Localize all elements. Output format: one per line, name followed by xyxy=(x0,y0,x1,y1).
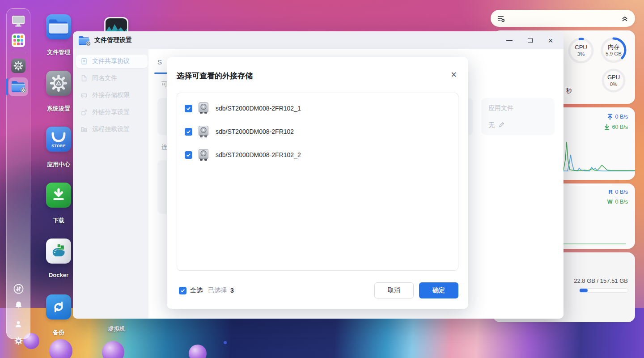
close-button[interactable]: × xyxy=(540,31,561,49)
desktop-icon-system-settings[interactable]: 系统设置 xyxy=(46,71,72,113)
docker-whale-icon xyxy=(46,239,71,264)
gear-icon xyxy=(14,337,23,347)
dock-item-settings[interactable] xyxy=(7,337,30,347)
storage-item-label: sdb/ST2000DM008-2FR102_2 xyxy=(216,151,301,158)
desktop-icon-label: Docker xyxy=(49,272,68,278)
dock-item-app-launcher[interactable] xyxy=(7,34,30,47)
refresh-interval-text: 秒 xyxy=(566,87,572,95)
sidebar-item-label: 远程挂载设置 xyxy=(92,125,130,133)
app-file-card-value: 无 xyxy=(488,121,495,129)
edit-pencil-icon[interactable] xyxy=(498,121,505,128)
modal-select-external-storage: 选择可查看的外接存储 × sdb/ST2000DM008-2FR102_1 xyxy=(167,57,468,309)
dock-divider xyxy=(11,53,25,53)
gpu-label: GPU xyxy=(607,74,620,81)
hard-disk-icon xyxy=(197,149,210,161)
sidebar-item-label: 同名文件 xyxy=(92,74,117,82)
tab-smb[interactable]: S xyxy=(157,58,162,66)
cpu-label: CPU xyxy=(575,44,587,51)
storage-progress-fill xyxy=(580,289,588,292)
storage-list: sdb/ST2000DM008-2FR102_1 sdb/ST2000DM008… xyxy=(177,93,458,271)
window-file-manager-settings: 文件管理设置 × 文件共享协议 同名文件 xyxy=(73,31,564,319)
checkbox-checked[interactable] xyxy=(185,151,192,159)
wallpaper-dot xyxy=(224,341,227,344)
checkbox-checked[interactable] xyxy=(185,128,192,136)
storage-item-label: sdb/ST2000DM008-2FR102_1 xyxy=(216,105,301,112)
sidebar-item-same-name-file[interactable]: 同名文件 xyxy=(76,72,148,85)
desktop-icon-label: 备份 xyxy=(53,328,64,337)
memory-label: 内存 xyxy=(606,43,622,51)
settings-gear-icon xyxy=(11,59,25,73)
sync-icon xyxy=(46,294,71,320)
gpu-gauge: GPU 0% xyxy=(601,68,626,93)
desktop-icon-label: 文件管理 xyxy=(47,48,70,56)
desktop-icon-label-vm[interactable]: 虚拟机 xyxy=(108,325,125,333)
storage-usage-text: 22.8 GB / 157.51 GB xyxy=(574,277,628,284)
folder-icon xyxy=(46,14,71,39)
hard-disk-icon xyxy=(197,125,210,138)
desktop-icon-label: 应用中心 xyxy=(47,161,70,169)
selected-label: 已选择 xyxy=(208,286,227,294)
transfer-icon xyxy=(13,284,24,296)
widget-toolbar xyxy=(491,10,635,27)
download-icon xyxy=(46,183,71,208)
select-all-label: 全选 xyxy=(190,286,203,294)
collapse-chevron-icon[interactable] xyxy=(621,14,629,22)
select-all-checkbox[interactable] xyxy=(179,287,186,294)
minimize-button[interactable] xyxy=(499,31,520,49)
memory-value: 5.9 GB xyxy=(606,51,622,57)
modal-close-icon[interactable]: × xyxy=(451,70,457,80)
store-badge: STORE xyxy=(46,144,71,148)
dock-item-notifications[interactable] xyxy=(7,300,30,311)
cancel-button[interactable]: 取消 xyxy=(374,282,414,298)
desktop-icon-label: 下载 xyxy=(53,217,64,225)
folder-cloud-icon xyxy=(80,126,88,133)
cpu-value: 3% xyxy=(575,51,587,57)
dock-item-transfer[interactable] xyxy=(7,284,30,296)
desktop-icon-file-manager[interactable]: 文件管理 xyxy=(46,14,72,56)
bell-icon xyxy=(14,300,23,311)
storage-list-item[interactable]: sdb/ST2000DM008-2FR102_2 xyxy=(177,143,458,166)
window-title: 文件管理设置 xyxy=(94,36,132,44)
file-text-icon xyxy=(80,58,88,65)
sidebar-item-file-sharing-protocol[interactable]: 文件共享协议 xyxy=(76,55,148,68)
sidebar-item-external-link-share[interactable]: 外链分享设置 xyxy=(76,106,148,119)
storage-list-item[interactable]: sdb/ST2000DM008-2FR102 xyxy=(177,120,458,143)
dock-item-system-settings[interactable] xyxy=(7,59,30,73)
storage-item-label: sdb/ST2000DM008-2FR102 xyxy=(216,128,294,135)
dock xyxy=(6,8,30,339)
app-grid-icon xyxy=(12,34,25,47)
file-icon xyxy=(80,75,88,82)
dock-item-file-manager[interactable] xyxy=(7,80,30,92)
desktop-icon-docker[interactable]: Docker xyxy=(46,239,72,278)
sidebar-item-label: 文件共享协议 xyxy=(92,57,130,65)
sidebar-item-external-storage-permission[interactable]: 外接存储权限 xyxy=(76,89,148,102)
desktop-icon-download[interactable]: 下载 xyxy=(46,183,72,225)
confirm-button[interactable]: 确定 xyxy=(419,282,458,298)
sidebar-item-label: 外接存储权限 xyxy=(92,91,130,99)
settings-sidebar: 文件共享协议 同名文件 外接存储权限 外链分享设置 xyxy=(73,49,148,319)
dock-item-user[interactable] xyxy=(7,320,30,330)
store-bag-icon: STORE xyxy=(46,127,71,152)
desktop-icon-app-center[interactable]: STORE 应用中心 xyxy=(46,127,72,169)
desktop-monitor-icon xyxy=(12,15,25,29)
sidebar-item-label: 外链分享设置 xyxy=(92,108,130,116)
task-filter-icon[interactable] xyxy=(497,14,505,23)
app-file-card-title: 应用文件 xyxy=(488,104,513,112)
memory-gauge: 内存 5.9 GB xyxy=(600,37,627,64)
drive-icon xyxy=(80,92,88,99)
desktop-icon-label: 系统设置 xyxy=(47,105,70,113)
cpu-gauge: CPU 3% xyxy=(568,37,594,64)
hard-disk-icon xyxy=(197,102,210,115)
gpu-value: 0% xyxy=(607,81,620,87)
desktop-icon-backup[interactable]: 备份 xyxy=(46,294,72,337)
sidebar-item-remote-mount[interactable]: 远程挂载设置 xyxy=(76,123,148,136)
share-icon xyxy=(80,109,88,116)
maximize-button[interactable] xyxy=(520,31,540,49)
storage-list-item[interactable]: sdb/ST2000DM008-2FR102_1 xyxy=(177,97,458,120)
window-titlebar[interactable]: 文件管理设置 × xyxy=(73,31,564,49)
window-app-icon xyxy=(78,35,90,45)
checkbox-checked[interactable] xyxy=(185,105,192,112)
selected-count: 3 xyxy=(230,287,234,294)
dock-item-desktop[interactable] xyxy=(7,15,30,29)
user-icon xyxy=(14,320,22,330)
